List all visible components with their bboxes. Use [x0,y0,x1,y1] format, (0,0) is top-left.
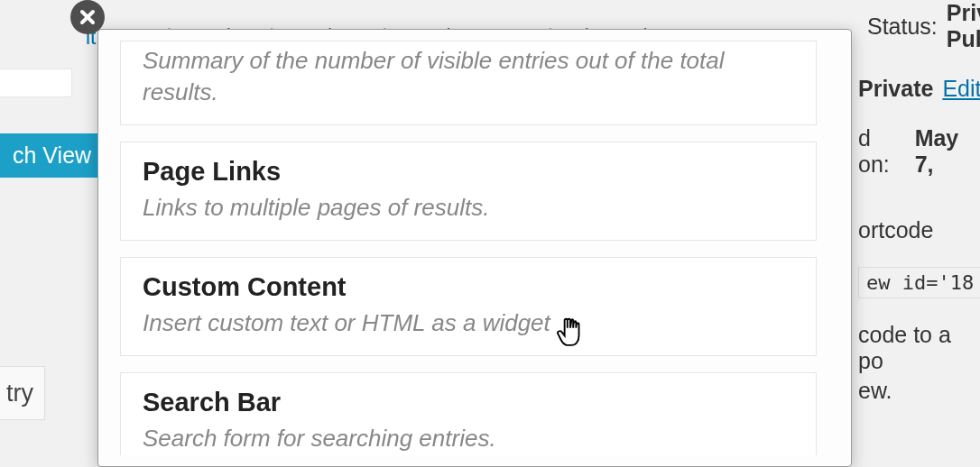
entry-label: try [6,380,33,407]
close-icon [79,8,97,26]
status-value: Privately Pub [947,0,980,52]
widget-desc: Links to multiple pages of results. [143,192,794,224]
widget-title: Page Links [143,157,794,187]
widget-desc: Insert custom text or HTML as a widget [143,307,794,339]
shortcode-label: ortcode [858,217,933,243]
widget-item-page-links[interactable]: Page Links Links to multiple pages of re… [120,142,817,241]
shortcode-hint-1: code to a po [858,322,980,374]
background-box-top [0,69,72,97]
widget-desc: Summary of the number of visible entries… [143,45,794,108]
published-label: d on: [858,125,906,178]
shortcode-value[interactable]: ew id='18 [858,267,980,298]
background-box-entry: try [0,366,45,420]
widget-desc: Search form for searching entries. [143,423,794,454]
published-date: May 7, [915,125,980,178]
visibility-value: Private [858,76,933,102]
trash-link[interactable]: h [858,463,871,467]
widget-item-summary[interactable]: Summary of the number of visible entries… [120,41,817,125]
widget-item-custom-content[interactable]: Custom Content Insert custom text or HTM… [120,257,817,356]
edit-visibility-link[interactable]: Edit [942,76,980,102]
widget-title: Custom Content [143,272,794,302]
widget-title: Search Bar [143,388,794,417]
close-modal-button[interactable] [70,0,105,34]
status-label: Status: [867,14,938,40]
switch-view-button[interactable]: ch View [0,133,104,178]
widget-item-search-bar[interactable]: Search Bar Search form for searching ent… [120,372,817,455]
widget-list-scroll[interactable]: Summary of the number of visible entries… [120,41,824,455]
widget-picker-modal: Summary of the number of visible entries… [97,29,852,467]
publish-sidebar: Status: Privately Pub Private Edit d on:… [849,0,980,467]
shortcode-hint-2: ew. [858,378,892,404]
